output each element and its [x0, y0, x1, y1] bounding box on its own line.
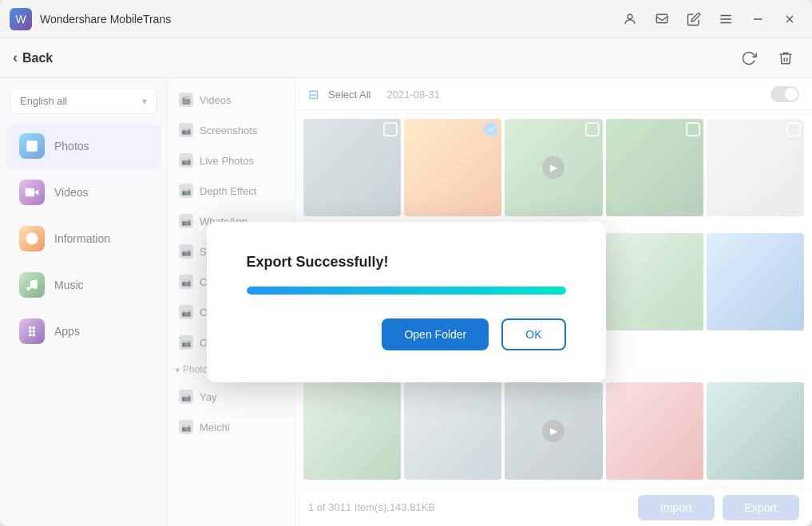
open-folder-button[interactable]: Open Folder	[382, 318, 489, 350]
account-button[interactable]	[617, 6, 643, 32]
main-content: English all ▾ Photos Videos Information	[0, 78, 812, 526]
refresh-button[interactable]	[735, 45, 762, 72]
delete-button[interactable]	[772, 45, 799, 72]
app-title: Wondershare MobileTrans	[40, 13, 617, 26]
export-success-modal: Export Successfully! Open Folder OK	[207, 222, 606, 382]
app-icon: W	[10, 8, 32, 30]
message-button[interactable]	[649, 6, 675, 32]
back-label: Back	[22, 51, 53, 65]
menu-button[interactable]	[713, 6, 739, 32]
app-window: W Wondershare MobileTrans	[0, 0, 812, 526]
title-bar: W Wondershare MobileTrans	[0, 0, 812, 38]
modal-buttons: Open Folder OK	[382, 318, 565, 350]
edit-button[interactable]	[681, 6, 707, 32]
minimize-button[interactable]	[745, 6, 770, 32]
title-bar-controls	[617, 6, 802, 32]
close-button[interactable]	[777, 6, 802, 32]
progress-bar-fill	[247, 287, 566, 295]
back-button[interactable]: ‹ Back	[13, 49, 53, 66]
svg-point-0	[628, 14, 632, 19]
nav-bar: ‹ Back	[0, 38, 812, 78]
modal-overlay: Export Successfully! Open Folder OK	[0, 78, 812, 526]
progress-bar-track	[247, 287, 566, 295]
nav-right-actions	[735, 45, 799, 72]
back-arrow-icon: ‹	[13, 49, 18, 66]
svg-rect-1	[656, 14, 667, 23]
ok-button[interactable]: OK	[501, 318, 565, 350]
modal-title: Export Successfully!	[247, 254, 389, 271]
